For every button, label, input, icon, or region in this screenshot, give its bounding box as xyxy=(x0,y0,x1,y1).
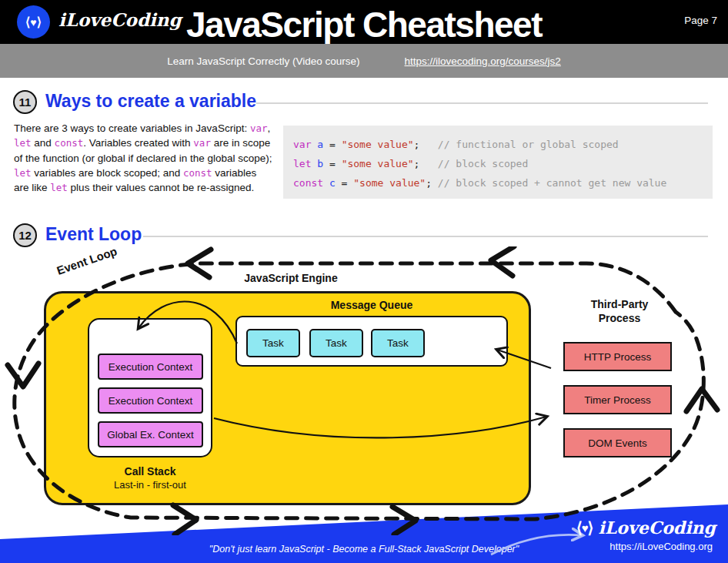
code-line: var a = "some value"; // functional or g… xyxy=(293,135,713,154)
footer-brand: ⟨♥⟩ iLoveCoding xyxy=(576,518,716,538)
execution-context-frame: Execution Context xyxy=(98,354,203,380)
event-loop-label: Event Loop xyxy=(55,244,119,277)
code-block: var a = "some value"; // functional or g… xyxy=(283,126,713,199)
dom-events-box: DOM Events xyxy=(563,428,672,457)
third-party-label-line1: Third-Party xyxy=(543,297,696,311)
event-loop-diagram: JavaScript Engine Event Loop Execution C… xyxy=(0,246,728,535)
footer-logo-right-bracket: ⟩ xyxy=(588,518,594,537)
footer-logo-icon: ⟨♥⟩ xyxy=(576,518,594,537)
page-title: JavaScript Cheatsheet xyxy=(0,3,728,44)
message-queue-box: Task Task Task xyxy=(235,316,508,367)
http-process-box: HTTP Process xyxy=(563,342,672,371)
third-party-label: Third-Party Process xyxy=(543,297,696,325)
loop-arrowhead-right-up xyxy=(686,389,717,411)
section-11-badge: 11 xyxy=(13,90,37,114)
call-stack-sublabel: Last-in - first-out xyxy=(88,479,212,491)
third-party-label-line2: Process xyxy=(543,311,696,325)
section-11-title: Ways to create a variable xyxy=(45,91,256,112)
loop-arrowhead-top-right xyxy=(491,246,514,276)
call-stack-box: Execution Context Execution Context Glob… xyxy=(88,318,212,457)
task-box: Task xyxy=(246,329,300,357)
javascript-engine-label: JavaScript Engine xyxy=(214,272,368,284)
loop-arrowhead-left-down xyxy=(8,364,38,387)
variables-paragraph: There are 3 ways to create variables in … xyxy=(14,121,274,195)
footer-brand-name: iLoveCoding xyxy=(598,518,716,538)
cheatsheet-page: ⟨♥⟩ iLoveCoding JavaScript Cheatsheet Pa… xyxy=(0,0,728,563)
course-link[interactable]: https://ilovecoding.org/courses/js2 xyxy=(405,55,561,67)
global-execution-context-frame: Global Ex. Context xyxy=(98,421,203,447)
footer-url-link[interactable]: https://iLoveCoding.org xyxy=(609,541,713,552)
header-bar: ⟨♥⟩ iLoveCoding JavaScript Cheatsheet Pa… xyxy=(0,0,728,44)
section-12-title: Event Loop xyxy=(45,224,142,245)
section-11-divider xyxy=(256,102,708,104)
code-line: const c = "some value"; // block scoped … xyxy=(293,173,713,193)
course-label: Learn JavaScript Correctly (Video course… xyxy=(167,55,359,67)
execution-context-frame: Execution Context xyxy=(98,387,203,414)
message-queue-label: Message Queue xyxy=(295,299,449,311)
timer-process-box: Timer Process xyxy=(563,385,672,414)
page-number: Page 7 xyxy=(684,15,717,26)
section-12-divider xyxy=(143,236,708,237)
footer: "Don't just learn JavaScript - Become a … xyxy=(0,493,728,563)
task-box: Task xyxy=(309,329,363,357)
task-box: Task xyxy=(371,329,425,357)
loop-arrowhead-top-left xyxy=(188,250,211,277)
code-line: let b = "some value"; // block scoped xyxy=(293,154,713,173)
call-stack-label: Call Stack xyxy=(88,465,212,478)
section-12-badge: 12 xyxy=(13,223,37,247)
subheader-bar: Learn JavaScript Correctly (Video course… xyxy=(0,44,728,78)
